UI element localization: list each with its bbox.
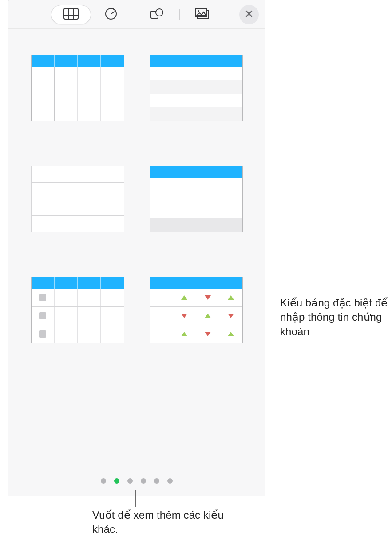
close-button[interactable] (239, 5, 259, 24)
callout-swipe-text: Vuốt để xem thêm các kiểu khác. (92, 508, 252, 537)
triangle-down-icon (205, 332, 211, 336)
triangle-down-icon (205, 295, 211, 300)
triangle-up-icon (228, 295, 234, 300)
checkbox-icon (39, 330, 46, 338)
toolbar-divider (179, 9, 180, 20)
toolbar (8, 0, 265, 29)
svg-rect-0 (64, 8, 78, 19)
media-icon (195, 8, 210, 21)
media-tab[interactable] (182, 5, 222, 24)
chart-tab[interactable] (91, 5, 131, 24)
shape-tab[interactable] (137, 5, 177, 24)
table-style-grid (8, 29, 265, 343)
svg-point-10 (198, 10, 199, 12)
page-indicator (101, 478, 173, 484)
toolbar-divider (134, 9, 134, 20)
table-icon (63, 8, 79, 21)
table-style-1[interactable] (31, 55, 124, 121)
page-dot-3[interactable] (127, 478, 133, 484)
page-dot-4[interactable] (141, 478, 146, 484)
close-icon (245, 10, 253, 20)
shapes-icon (150, 8, 164, 22)
page-dot-6[interactable] (167, 478, 173, 484)
triangle-up-icon (205, 314, 211, 318)
table-style-4[interactable] (150, 166, 243, 232)
page-dot-2[interactable] (114, 478, 119, 484)
triangle-up-icon (181, 332, 187, 336)
page-dot-5[interactable] (154, 478, 159, 484)
checkbox-icon (39, 294, 46, 301)
callout-bracket (99, 486, 173, 490)
callout-line (135, 490, 136, 507)
triangle-up-icon (228, 332, 234, 336)
pie-chart-icon (104, 7, 118, 22)
checkbox-icon (39, 312, 46, 319)
insert-panel (8, 0, 265, 496)
segment-group (51, 5, 222, 24)
triangle-up-icon (181, 295, 187, 300)
svg-point-7 (156, 9, 163, 16)
triangle-down-icon (228, 314, 234, 318)
callout-line (249, 310, 276, 310)
table-style-5[interactable] (31, 277, 124, 343)
triangle-down-icon (181, 314, 187, 318)
table-style-3[interactable] (31, 166, 124, 232)
callout-stock-text: Kiểu bảng đặc biệt để nhập thông tin chứ… (280, 296, 391, 339)
table-style-2[interactable] (150, 55, 243, 121)
table-style-stock[interactable] (150, 277, 243, 343)
table-tab[interactable] (51, 5, 91, 24)
page-dot-1[interactable] (101, 478, 106, 484)
